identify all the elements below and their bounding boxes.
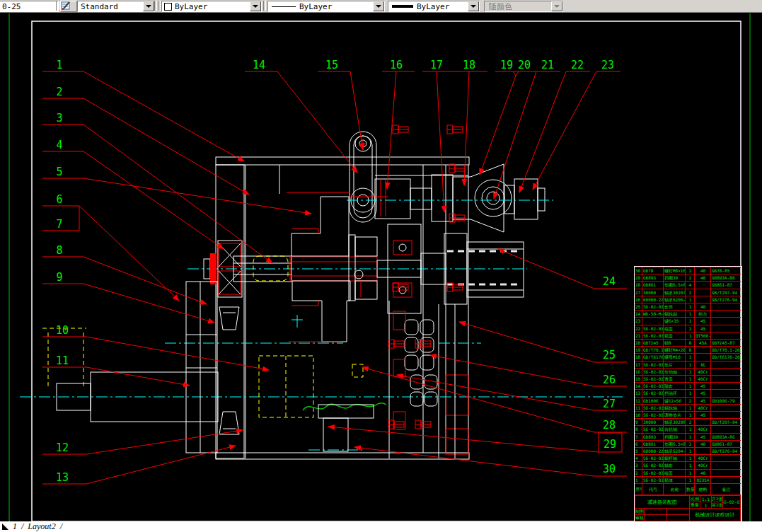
object-properties-toolbar: 0-25 Standard ByLayer ByLaye — [0, 0, 762, 13]
linetype-dropdown-arrow[interactable] — [373, 1, 384, 11]
callout-leader — [459, 322, 594, 362]
bom-cell: 组合 — [695, 311, 711, 317]
bom-cell: 1 — [686, 354, 695, 360]
plot-style-dropdown-arrow — [551, 1, 562, 11]
dim-style-value: 0-25 — [2, 2, 59, 11]
bom-cell: 40 — [695, 470, 711, 476]
bom-cell: 2 — [686, 419, 695, 425]
bom-cell — [695, 296, 711, 303]
lineweight-combo[interactable]: ByLayer — [388, 1, 480, 12]
callout-leader — [83, 151, 224, 249]
callout-number: 21 — [541, 59, 554, 71]
bom-cell: 垫片 — [664, 362, 686, 368]
linetype-combo[interactable]: ByLayer — [267, 1, 385, 12]
text-style-combo[interactable]: Standard — [77, 1, 155, 12]
cad-application-window: 0-25 Standard ByLayer ByLaye — [0, 0, 762, 532]
callout-number: 7 — [56, 218, 62, 231]
bom-cell: 45 — [695, 390, 711, 396]
model-tab-icon[interactable] — [2, 524, 8, 530]
bom-cell: 40Cr — [695, 455, 711, 461]
callout-number: 16 — [390, 59, 403, 71]
linetype-value: ByLayer — [299, 2, 373, 11]
bom-cell: 挡圈30 — [664, 274, 686, 281]
plot-style-combo: 随颜色 — [484, 1, 563, 12]
bom-cell: 17 — [635, 362, 642, 368]
bom-row: 13S6-02-03-08挡油环145 — [635, 389, 741, 396]
bom-cell: 1 — [686, 332, 695, 339]
bom-cell: GB/T276-94 — [711, 296, 741, 303]
bom-cell — [642, 318, 664, 324]
bom-cell: S6-02-03-10 — [642, 376, 664, 382]
bom-cell — [711, 376, 741, 382]
bom-cell: 13 — [635, 390, 642, 396]
callout-bracket — [516, 71, 519, 76]
bom-cell: 21 — [635, 332, 642, 339]
bom-cell: 27 — [635, 289, 642, 296]
tab-layout1-partial[interactable]: 1 — [13, 521, 17, 532]
bom-cell — [711, 362, 741, 368]
bom-row: 1S6-02-03-01箱体1Q235A — [635, 476, 741, 483]
bom-cell: 14 — [635, 383, 642, 389]
bom-cell: 11 — [635, 405, 642, 411]
bom-row: 22S6-02-03-14端盖245 — [635, 325, 741, 332]
text-style-dropdown-arrow[interactable] — [143, 1, 154, 11]
bom-cell: 45 — [695, 398, 711, 404]
bom-cell: 箱体 — [664, 477, 686, 483]
bom-row: 7GB893挡圈30145GB893A-86 — [635, 433, 741, 440]
color-combo[interactable]: ByLayer — [161, 1, 262, 12]
bom-row: 2S6-02-03-02端盖140 — [635, 469, 741, 476]
bom-cell: 40 — [695, 441, 711, 447]
callout-leader — [533, 71, 596, 190]
bom-row: 11S6-02-03-07蜗轮轴140Cr — [635, 404, 741, 411]
bom-cell: 1 — [686, 296, 695, 303]
bom-cell: 23 — [635, 318, 642, 324]
bom-cell: 齿轮轴 — [664, 426, 686, 432]
bom-cell: 1 — [686, 303, 695, 310]
callout-leader — [494, 71, 536, 199]
callout-leader — [328, 427, 599, 452]
bom-cell: GB861 — [642, 282, 664, 288]
callout-number: 13 — [56, 471, 69, 484]
callout-number: 14 — [253, 59, 265, 71]
bom-cell: 40Cr — [695, 462, 711, 468]
bom-cell: 45 — [695, 325, 711, 332]
bom-cell: 备注 — [711, 484, 741, 495]
callout-number: 23 — [601, 59, 614, 71]
bom-row: 23键6×35145 — [635, 317, 741, 324]
bom-row: 930000轴承302082GB/T297-94 — [635, 418, 741, 425]
bom-cell: 6 — [635, 441, 642, 447]
bom-cell: 2 — [686, 441, 695, 447]
bom-cell: GB893 — [642, 434, 664, 440]
bom-cell: 轴承6206-2Z — [664, 296, 686, 303]
bom-row: 16S6-02-03-11传动轴140Cr — [635, 368, 741, 375]
bom-cell: 1 — [686, 470, 695, 476]
lineweight-dropdown-arrow[interactable] — [468, 1, 479, 11]
bom-cell: S6-02-03-11 — [642, 369, 664, 375]
bom-cell — [711, 477, 741, 483]
bom-cell: GB/T70.1 — [642, 347, 664, 353]
input-shaft-assembly — [20, 282, 623, 453]
bom-cell: S6-02-03-15 — [642, 303, 664, 310]
tab-layout2[interactable]: Layout2 — [28, 521, 55, 532]
callout-number: 28 — [603, 419, 616, 432]
lineweight-value: ByLayer — [417, 2, 468, 11]
bom-cell: 销8 — [664, 340, 686, 346]
color-dropdown-arrow[interactable] — [250, 1, 261, 11]
bom-cell — [711, 470, 741, 476]
bom-cell: GB1096-79 — [711, 398, 741, 404]
callout-number: 4 — [56, 139, 62, 151]
text-style-button[interactable] — [60, 1, 77, 12]
bom-cell: GB78 — [642, 267, 664, 274]
bom-cell: 40Cr — [695, 369, 711, 375]
bom-cell — [711, 318, 741, 324]
bom-cell: 8 — [686, 347, 695, 353]
toolbar-separator — [158, 1, 161, 11]
callout-number: 18 — [463, 59, 475, 71]
bom-cell: 2 — [686, 325, 695, 332]
bom-cell: S6-02-03-04 — [642, 455, 664, 461]
bom-cell — [695, 289, 711, 296]
callout-leader — [86, 367, 190, 386]
bom-cell: GB/T276-94 — [711, 448, 741, 454]
bom-cell: S6-02-03-02 — [642, 470, 664, 476]
text-style-icon — [61, 1, 71, 10]
